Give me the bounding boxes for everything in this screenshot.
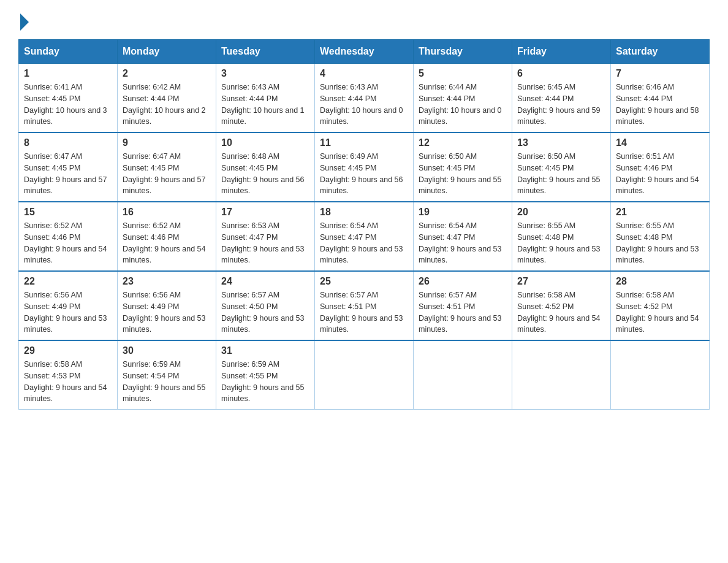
day-number: 3: [221, 68, 309, 79]
weekday-header-monday: Monday: [118, 40, 216, 64]
day-number: 30: [123, 345, 211, 356]
calendar-cell: [611, 340, 710, 410]
calendar-cell: 18Sunrise: 6:54 AMSunset: 4:47 PMDayligh…: [315, 202, 414, 271]
calendar-cell: 31Sunrise: 6:59 AMSunset: 4:55 PMDayligh…: [216, 340, 315, 410]
weekday-header-wednesday: Wednesday: [315, 40, 414, 64]
day-info: Sunrise: 6:59 AMSunset: 4:54 PMDaylight:…: [123, 359, 211, 405]
day-info: Sunrise: 6:43 AMSunset: 4:44 PMDaylight:…: [320, 82, 408, 128]
day-info: Sunrise: 6:50 AMSunset: 4:45 PMDaylight:…: [517, 151, 605, 197]
calendar-cell: 9Sunrise: 6:47 AMSunset: 4:45 PMDaylight…: [118, 132, 216, 202]
page-header: [18, 12, 710, 28]
calendar-cell: 2Sunrise: 6:42 AMSunset: 4:44 PMDaylight…: [118, 64, 216, 133]
calendar-cell: 30Sunrise: 6:59 AMSunset: 4:54 PMDayligh…: [118, 340, 216, 410]
day-number: 21: [616, 207, 704, 218]
day-info: Sunrise: 6:48 AMSunset: 4:45 PMDaylight:…: [221, 151, 309, 197]
day-info: Sunrise: 6:56 AMSunset: 4:49 PMDaylight:…: [24, 289, 112, 335]
day-number: 15: [24, 207, 112, 218]
day-number: 24: [221, 276, 309, 287]
calendar-cell: [512, 340, 611, 410]
day-info: Sunrise: 6:52 AMSunset: 4:46 PMDaylight:…: [123, 220, 211, 266]
day-info: Sunrise: 6:46 AMSunset: 4:44 PMDaylight:…: [616, 82, 704, 128]
day-info: Sunrise: 6:59 AMSunset: 4:55 PMDaylight:…: [221, 359, 309, 405]
calendar-cell: 5Sunrise: 6:44 AMSunset: 4:44 PMDaylight…: [414, 64, 512, 133]
weekday-header-saturday: Saturday: [611, 40, 710, 64]
day-number: 9: [123, 137, 211, 148]
calendar-cell: 27Sunrise: 6:58 AMSunset: 4:52 PMDayligh…: [512, 271, 611, 340]
day-info: Sunrise: 6:47 AMSunset: 4:45 PMDaylight:…: [123, 151, 211, 197]
day-number: 19: [419, 207, 507, 218]
day-info: Sunrise: 6:53 AMSunset: 4:47 PMDaylight:…: [221, 220, 309, 266]
day-number: 11: [320, 137, 408, 148]
calendar-cell: 16Sunrise: 6:52 AMSunset: 4:46 PMDayligh…: [118, 202, 216, 271]
calendar-week-row: 15Sunrise: 6:52 AMSunset: 4:46 PMDayligh…: [19, 202, 710, 271]
logo-arrow-icon: [20, 13, 29, 31]
day-info: Sunrise: 6:54 AMSunset: 4:47 PMDaylight:…: [320, 220, 408, 266]
day-info: Sunrise: 6:58 AMSunset: 4:53 PMDaylight:…: [24, 359, 112, 405]
calendar-cell: 28Sunrise: 6:58 AMSunset: 4:52 PMDayligh…: [611, 271, 710, 340]
day-info: Sunrise: 6:55 AMSunset: 4:48 PMDaylight:…: [616, 220, 704, 266]
day-info: Sunrise: 6:57 AMSunset: 4:51 PMDaylight:…: [320, 289, 408, 335]
calendar-cell: 15Sunrise: 6:52 AMSunset: 4:46 PMDayligh…: [19, 202, 118, 271]
day-number: 2: [123, 68, 211, 79]
calendar-week-row: 1Sunrise: 6:41 AMSunset: 4:45 PMDaylight…: [19, 64, 710, 133]
day-info: Sunrise: 6:56 AMSunset: 4:49 PMDaylight:…: [123, 289, 211, 335]
calendar-cell: 17Sunrise: 6:53 AMSunset: 4:47 PMDayligh…: [216, 202, 315, 271]
day-number: 7: [616, 68, 704, 79]
day-info: Sunrise: 6:54 AMSunset: 4:47 PMDaylight:…: [419, 220, 507, 266]
calendar-cell: 23Sunrise: 6:56 AMSunset: 4:49 PMDayligh…: [118, 271, 216, 340]
calendar-cell: 24Sunrise: 6:57 AMSunset: 4:50 PMDayligh…: [216, 271, 315, 340]
calendar-cell: 20Sunrise: 6:55 AMSunset: 4:48 PMDayligh…: [512, 202, 611, 271]
calendar-cell: 26Sunrise: 6:57 AMSunset: 4:51 PMDayligh…: [414, 271, 512, 340]
day-number: 13: [517, 137, 605, 148]
weekday-header-tuesday: Tuesday: [216, 40, 315, 64]
day-number: 29: [24, 345, 112, 356]
day-info: Sunrise: 6:51 AMSunset: 4:46 PMDaylight:…: [616, 151, 704, 197]
calendar-cell: [315, 340, 414, 410]
day-number: 25: [320, 276, 408, 287]
day-info: Sunrise: 6:55 AMSunset: 4:48 PMDaylight:…: [517, 220, 605, 266]
calendar-cell: 14Sunrise: 6:51 AMSunset: 4:46 PMDayligh…: [611, 132, 710, 202]
day-info: Sunrise: 6:58 AMSunset: 4:52 PMDaylight:…: [517, 289, 605, 335]
calendar-week-row: 22Sunrise: 6:56 AMSunset: 4:49 PMDayligh…: [19, 271, 710, 340]
calendar-cell: 12Sunrise: 6:50 AMSunset: 4:45 PMDayligh…: [414, 132, 512, 202]
day-number: 26: [419, 276, 507, 287]
day-number: 20: [517, 207, 605, 218]
calendar-cell: 11Sunrise: 6:49 AMSunset: 4:45 PMDayligh…: [315, 132, 414, 202]
day-number: 10: [221, 137, 309, 148]
weekday-header-row: SundayMondayTuesdayWednesdayThursdayFrid…: [19, 40, 710, 64]
day-number: 5: [419, 68, 507, 79]
calendar-cell: 10Sunrise: 6:48 AMSunset: 4:45 PMDayligh…: [216, 132, 315, 202]
calendar-week-row: 29Sunrise: 6:58 AMSunset: 4:53 PMDayligh…: [19, 340, 710, 410]
day-number: 4: [320, 68, 408, 79]
calendar-cell: 22Sunrise: 6:56 AMSunset: 4:49 PMDayligh…: [19, 271, 118, 340]
day-number: 8: [24, 137, 112, 148]
calendar-cell: 7Sunrise: 6:46 AMSunset: 4:44 PMDaylight…: [611, 64, 710, 133]
calendar-cell: 8Sunrise: 6:47 AMSunset: 4:45 PMDaylight…: [19, 132, 118, 202]
calendar-table: SundayMondayTuesdayWednesdayThursdayFrid…: [18, 39, 710, 410]
logo: [18, 12, 29, 28]
calendar-cell: 4Sunrise: 6:43 AMSunset: 4:44 PMDaylight…: [315, 64, 414, 133]
day-number: 23: [123, 276, 211, 287]
calendar-cell: 19Sunrise: 6:54 AMSunset: 4:47 PMDayligh…: [414, 202, 512, 271]
day-info: Sunrise: 6:57 AMSunset: 4:50 PMDaylight:…: [221, 289, 309, 335]
day-number: 14: [616, 137, 704, 148]
day-info: Sunrise: 6:41 AMSunset: 4:45 PMDaylight:…: [24, 82, 112, 128]
day-number: 18: [320, 207, 408, 218]
weekday-header-thursday: Thursday: [414, 40, 512, 64]
day-number: 16: [123, 207, 211, 218]
day-number: 31: [221, 345, 309, 356]
day-number: 22: [24, 276, 112, 287]
day-info: Sunrise: 6:58 AMSunset: 4:52 PMDaylight:…: [616, 289, 704, 335]
calendar-cell: 13Sunrise: 6:50 AMSunset: 4:45 PMDayligh…: [512, 132, 611, 202]
day-number: 28: [616, 276, 704, 287]
day-number: 1: [24, 68, 112, 79]
day-info: Sunrise: 6:42 AMSunset: 4:44 PMDaylight:…: [123, 82, 211, 128]
calendar-cell: 25Sunrise: 6:57 AMSunset: 4:51 PMDayligh…: [315, 271, 414, 340]
day-number: 17: [221, 207, 309, 218]
calendar-cell: 29Sunrise: 6:58 AMSunset: 4:53 PMDayligh…: [19, 340, 118, 410]
day-info: Sunrise: 6:47 AMSunset: 4:45 PMDaylight:…: [24, 151, 112, 197]
weekday-header-sunday: Sunday: [19, 40, 118, 64]
day-info: Sunrise: 6:57 AMSunset: 4:51 PMDaylight:…: [419, 289, 507, 335]
calendar-cell: [414, 340, 512, 410]
day-info: Sunrise: 6:45 AMSunset: 4:44 PMDaylight:…: [517, 82, 605, 128]
